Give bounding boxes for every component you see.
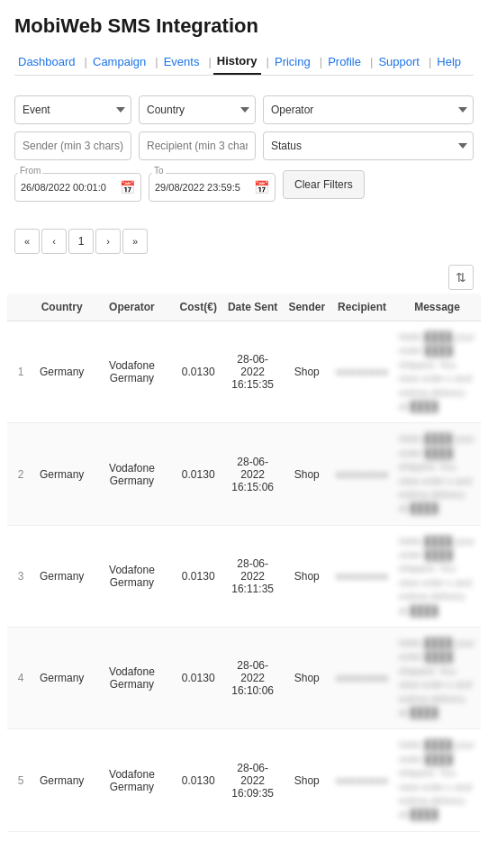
header: MobiWeb SMS Integration Dashboard | Camp… bbox=[0, 0, 488, 83]
cell-country: Germany bbox=[34, 423, 89, 525]
date-from-input[interactable] bbox=[21, 182, 120, 193]
cell-message: Hello ████ your order ████ shipped. You … bbox=[393, 321, 481, 423]
nav-pricing[interactable]: Pricing bbox=[271, 50, 314, 74]
table-body: 1 Germany Vodafone Germany 0.0130 28-06-… bbox=[7, 321, 481, 832]
nav-sep-1: | bbox=[85, 55, 87, 68]
cell-recipient: ●●●●●●●● bbox=[330, 525, 393, 627]
cell-operator: Vodafone Germany bbox=[89, 729, 174, 831]
nav-sep-2: | bbox=[155, 55, 158, 68]
calendar-from-icon[interactable]: 📅 bbox=[120, 180, 135, 194]
cell-num: 5 bbox=[7, 729, 34, 831]
prev-page-button[interactable]: ‹ bbox=[41, 229, 67, 254]
filter-row-3: From 📅 To 📅 Clear Filters bbox=[14, 167, 474, 202]
pagination: « ‹ 1 › » bbox=[0, 222, 488, 261]
cell-recipient: ●●●●●●●● bbox=[330, 423, 393, 525]
nav-profile[interactable]: Profile bbox=[324, 50, 365, 74]
cell-message: Hello ████ your order ████ shipped. You … bbox=[393, 729, 481, 831]
nav-campaign[interactable]: Campaign bbox=[89, 50, 149, 74]
nav-history[interactable]: History bbox=[213, 49, 261, 75]
nav-sep-4: | bbox=[267, 55, 269, 68]
cell-message: Hello ████ your order ████ shipped. You … bbox=[393, 525, 481, 627]
cell-sender: Shop bbox=[283, 525, 330, 627]
cell-cost: 0.0130 bbox=[175, 423, 222, 525]
nav-support[interactable]: Support bbox=[375, 50, 423, 74]
col-message: Message bbox=[393, 294, 481, 321]
cell-operator: Vodafone Germany bbox=[89, 423, 174, 525]
table-wrap: Country Operator Cost(€) Date Sent Sende… bbox=[0, 294, 488, 832]
col-sender: Sender bbox=[283, 294, 330, 321]
cell-num: 2 bbox=[7, 423, 34, 525]
event-select[interactable]: Event bbox=[14, 95, 131, 124]
first-page-button[interactable]: « bbox=[14, 229, 40, 254]
table-header: Country Operator Cost(€) Date Sent Sende… bbox=[7, 294, 481, 321]
nav-events[interactable]: Events bbox=[160, 50, 203, 74]
filter-row-2: Status bbox=[14, 131, 474, 160]
nav-dashboard[interactable]: Dashboard bbox=[14, 50, 79, 74]
cell-sender: Shop bbox=[283, 729, 330, 831]
nav-sep-3: | bbox=[208, 55, 211, 68]
date-to-input[interactable] bbox=[155, 182, 254, 193]
last-page-button[interactable]: » bbox=[122, 229, 148, 254]
cell-country: Germany bbox=[34, 525, 89, 627]
sort-button[interactable]: ⇅ bbox=[448, 265, 474, 290]
cell-message: Hello ████ your order ████ shipped. You … bbox=[393, 628, 481, 729]
cell-sender: Shop bbox=[283, 321, 330, 423]
table-row: 5 Germany Vodafone Germany 0.0130 28-06-… bbox=[7, 729, 481, 831]
cell-cost: 0.0130 bbox=[175, 321, 222, 423]
sender-input[interactable] bbox=[14, 131, 131, 160]
cell-date: 28-06-202216:15:06 bbox=[222, 423, 283, 525]
cell-cost: 0.0130 bbox=[175, 729, 222, 831]
next-page-button[interactable]: › bbox=[95, 229, 121, 254]
app-title: MobiWeb SMS Integration bbox=[14, 14, 474, 38]
cell-recipient: ●●●●●●●● bbox=[330, 628, 393, 729]
cell-num: 1 bbox=[7, 321, 34, 423]
current-page: 1 bbox=[68, 229, 94, 254]
nav-sep-5: | bbox=[320, 55, 322, 68]
cell-sender: Shop bbox=[283, 628, 330, 729]
recipient-input[interactable] bbox=[139, 131, 256, 160]
table-row: 3 Germany Vodafone Germany 0.0130 28-06-… bbox=[7, 525, 481, 627]
main-nav: Dashboard | Campaign | Events | History … bbox=[14, 49, 474, 76]
date-to-wrap: 📅 bbox=[149, 173, 276, 202]
cell-operator: Vodafone Germany bbox=[89, 525, 174, 627]
col-operator: Operator bbox=[89, 294, 174, 321]
date-to-label: To bbox=[152, 166, 166, 176]
cell-country: Germany bbox=[34, 729, 89, 831]
date-from-label: From bbox=[18, 166, 42, 176]
date-from-group: From 📅 bbox=[14, 173, 141, 202]
cell-date: 28-06-202216:09:35 bbox=[222, 729, 283, 831]
history-table: Country Operator Cost(€) Date Sent Sende… bbox=[7, 294, 481, 832]
nav-help[interactable]: Help bbox=[433, 50, 465, 74]
status-select[interactable]: Status bbox=[263, 131, 474, 160]
table-row: 1 Germany Vodafone Germany 0.0130 28-06-… bbox=[7, 321, 481, 423]
clear-filters-button[interactable]: Clear Filters bbox=[283, 170, 365, 199]
col-recipient: Recipient bbox=[330, 294, 393, 321]
cell-country: Germany bbox=[34, 628, 89, 729]
cell-date: 28-06-202216:10:06 bbox=[222, 628, 283, 729]
cell-date: 28-06-202216:15:35 bbox=[222, 321, 283, 423]
calendar-to-icon[interactable]: 📅 bbox=[254, 180, 269, 194]
filter-row-1: Event Country Operator bbox=[14, 95, 474, 124]
col-cost: Cost(€) bbox=[175, 294, 222, 321]
cell-recipient: ●●●●●●●● bbox=[330, 729, 393, 831]
table-row: 2 Germany Vodafone Germany 0.0130 28-06-… bbox=[7, 423, 481, 525]
filters-panel: Event Country Operator Status From 📅 To … bbox=[0, 83, 488, 222]
cell-cost: 0.0130 bbox=[175, 628, 222, 729]
col-date: Date Sent bbox=[222, 294, 283, 321]
date-to-group: To 📅 bbox=[149, 173, 276, 202]
table-row: 4 Germany Vodafone Germany 0.0130 28-06-… bbox=[7, 628, 481, 729]
cell-num: 3 bbox=[7, 525, 34, 627]
cell-country: Germany bbox=[34, 321, 89, 423]
cell-operator: Vodafone Germany bbox=[89, 321, 174, 423]
cell-sender: Shop bbox=[283, 423, 330, 525]
cell-recipient: ●●●●●●●● bbox=[330, 321, 393, 423]
country-select[interactable]: Country bbox=[139, 95, 256, 124]
nav-sep-6: | bbox=[370, 55, 373, 68]
col-num bbox=[7, 294, 34, 321]
cell-num: 4 bbox=[7, 628, 34, 729]
operator-select[interactable]: Operator bbox=[263, 95, 474, 124]
cell-date: 28-06-202216:11:35 bbox=[222, 525, 283, 627]
cell-operator: Vodafone Germany bbox=[89, 628, 174, 729]
cell-message: Hello ████ your order ████ shipped. You … bbox=[393, 423, 481, 525]
date-from-wrap: 📅 bbox=[14, 173, 141, 202]
